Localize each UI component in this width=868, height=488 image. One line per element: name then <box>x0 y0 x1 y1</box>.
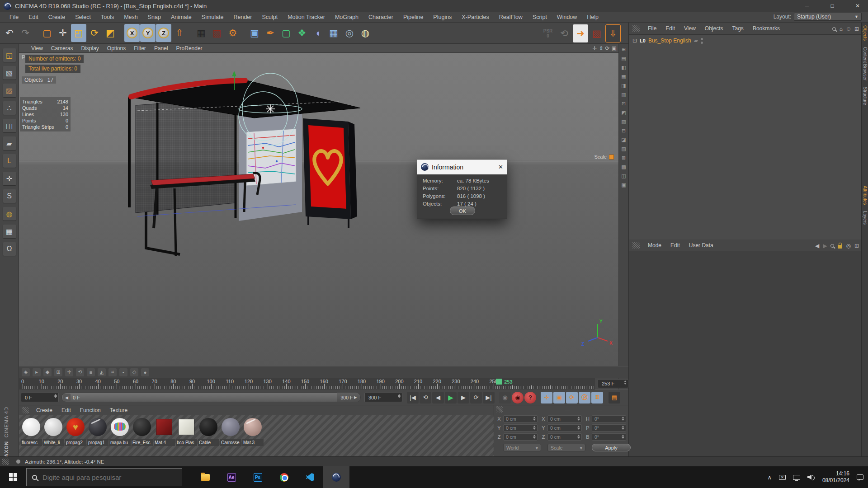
snap-mode-icon[interactable]: S <box>3 189 16 203</box>
coord-field-x[interactable]: 0 cm <box>547 415 582 422</box>
prev-key-button[interactable]: ⟲ <box>420 392 431 404</box>
play-button[interactable]: ▶ <box>445 392 457 404</box>
material-tile[interactable]: propag1 <box>87 417 108 452</box>
menu-window[interactable]: Window <box>552 14 582 20</box>
taskbar-app-chrome[interactable] <box>271 466 297 488</box>
zoom-view-icon[interactable]: ⇕ <box>599 45 604 52</box>
menu-motion-tracker[interactable]: Motion Tracker <box>283 14 330 20</box>
key-parameter-toggle[interactable]: Ⓟ <box>579 392 590 404</box>
viewport-menu-display[interactable]: Display <box>77 45 103 52</box>
timeline-range-slider[interactable]: ◀ 0 F 300 F▶ <box>61 393 361 402</box>
viewport-menu-prorender[interactable]: ProRender <box>172 45 207 52</box>
material-tile[interactable]: mapa bu <box>109 417 131 452</box>
attribute-manager-menu-user-data[interactable]: User Data <box>684 242 718 249</box>
polygon-mode-icon[interactable]: ▰ <box>3 136 16 150</box>
current-frame-marker[interactable] <box>496 379 502 385</box>
menu-animate[interactable]: Animate <box>166 14 197 20</box>
model-mode-icon[interactable]: ▧ <box>3 66 16 80</box>
autokey-button[interactable]: ◉ <box>512 392 524 404</box>
layout-dropdown[interactable]: Startup (User)▼ <box>794 13 862 21</box>
paint-mode-icon[interactable]: ◍ <box>3 207 16 221</box>
object-manager-menu-edit[interactable]: Edit <box>661 25 679 32</box>
coord-field-y[interactable]: 0 cm <box>503 424 538 432</box>
taskbar-search[interactable] <box>26 468 182 486</box>
history-back-icon[interactable]: ◀ <box>815 243 819 249</box>
undo-icon[interactable]: ↶ <box>2 24 17 42</box>
coord-field-b[interactable]: 0° <box>592 433 626 441</box>
material-tile[interactable]: fluoresc <box>21 417 42 452</box>
primitive-cube-icon[interactable]: ▣ <box>247 24 262 42</box>
key-tri-icon[interactable]: ◭ <box>98 368 106 376</box>
psr-reset-icon[interactable]: PSR0 <box>540 24 556 42</box>
close-button[interactable]: ✕ <box>847 0 868 12</box>
refresh-psr-icon[interactable]: ⟲ <box>557 24 572 42</box>
material-tile[interactable]: Carrosse <box>220 417 241 452</box>
current-frame-field[interactable]: 253 F <box>598 379 628 388</box>
menu-snap[interactable]: Snap <box>143 14 166 20</box>
dock-tab-content-browser[interactable]: Content Browser <box>863 47 868 80</box>
material-menu-texture[interactable]: Texture <box>105 407 132 413</box>
coord-field-y[interactable]: 0 cm <box>547 424 582 432</box>
viewport-menu-filter[interactable]: Filter <box>130 45 150 52</box>
range-left-grabber[interactable]: ◀ <box>63 394 71 401</box>
lock-x-axis-icon[interactable]: X <box>124 24 140 42</box>
material-tile[interactable]: Mat.3 <box>242 417 264 452</box>
taskbar-app-photoshop[interactable]: Ps <box>245 466 271 488</box>
axis-mode-icon[interactable]: ✛ <box>3 172 16 185</box>
coord-field-z[interactable]: 0 cm <box>503 433 538 441</box>
array-mode-icon[interactable]: ▦ <box>3 225 16 238</box>
timeline-ruler[interactable]: 0102030405060708090100110120130140150160… <box>19 378 595 389</box>
history-forward-icon[interactable]: ▶ <box>823 243 827 249</box>
attribute-manager-menu-edit[interactable]: Edit <box>666 242 684 249</box>
menu-mesh[interactable]: Mesh <box>119 14 143 20</box>
menu-select[interactable]: Select <box>70 14 96 20</box>
menu-script[interactable]: Script <box>528 14 552 20</box>
vs-12[interactable]: ▨ <box>621 146 626 152</box>
dialog-title-bar[interactable]: Information ✕ <box>417 160 507 174</box>
magnet-mode-icon[interactable]: Ω <box>3 242 16 256</box>
dock-tab-attributes[interactable]: Attributes <box>863 186 868 205</box>
dock-tab-layers[interactable]: Layers <box>863 211 868 225</box>
viewport-menu-panel[interactable]: Panel <box>150 45 172 52</box>
workplane-mode-icon[interactable]: L <box>3 154 16 168</box>
viewport-menu-cameras[interactable]: Cameras <box>47 45 77 52</box>
coord-field-z[interactable]: 0 cm <box>547 433 582 441</box>
material-tile[interactable]: White_li <box>43 417 64 452</box>
material-menu-create[interactable]: Create <box>32 407 57 413</box>
field-spinner[interactable] <box>533 435 536 439</box>
bench-front-leg[interactable] <box>175 188 176 256</box>
home-icon[interactable]: ⌂ <box>840 26 843 32</box>
ok-button[interactable]: OK <box>450 206 475 215</box>
layer-tag-icon[interactable]: ▰ <box>694 38 698 43</box>
lock-z-axis-icon[interactable]: Z <box>156 24 171 42</box>
object-manager-menu-objects[interactable]: Objects <box>700 25 728 32</box>
material-tile[interactable]: bco Plas <box>176 417 197 452</box>
key-move-icon[interactable]: ✛ <box>65 368 73 376</box>
field-spinner[interactable] <box>622 426 624 430</box>
lock-y-axis-icon[interactable]: Y <box>140 24 156 42</box>
range-end-field[interactable]: 300 F <box>364 393 402 402</box>
render-settings-icon[interactable]: ⚙ <box>225 24 241 42</box>
pan-view-icon[interactable]: ✛ <box>592 45 597 52</box>
minimize-button[interactable]: ─ <box>797 0 817 12</box>
panel-grip[interactable] <box>632 242 640 249</box>
simulate-icon[interactable]: ◖ <box>310 24 326 42</box>
taskbar-app-after-effects[interactable]: Ae <box>218 466 245 488</box>
point-mode-icon[interactable]: ∴ <box>3 101 16 115</box>
menu-realflow[interactable]: RealFlow <box>494 14 528 20</box>
rotate-view-icon[interactable]: ⟳ <box>605 45 610 52</box>
menu-pipeline[interactable]: Pipeline <box>398 14 428 20</box>
viewport-canvas[interactable]: Y X Z P Number of emitters: 0 Total live… <box>19 53 618 366</box>
range-start-field[interactable]: 0 F <box>21 393 59 402</box>
vs-2[interactable]: ▤ <box>621 56 626 61</box>
object-row[interactable]: ⊡ L0 Bus_Stop English ▰ <box>632 38 703 44</box>
vs-9[interactable]: ▧ <box>621 119 626 125</box>
deformer-icon[interactable]: ❖ <box>294 24 310 42</box>
key-diamond-icon[interactable]: ◈ <box>22 368 30 376</box>
apply-button[interactable]: Apply <box>592 444 631 451</box>
render-clapper-icon[interactable]: ▧ <box>589 24 604 42</box>
search-input[interactable] <box>42 473 164 482</box>
menu-tools[interactable]: Tools <box>96 14 119 20</box>
menu-edit[interactable]: Edit <box>24 14 43 20</box>
material-tile[interactable]: Fire_Esc <box>132 417 153 452</box>
